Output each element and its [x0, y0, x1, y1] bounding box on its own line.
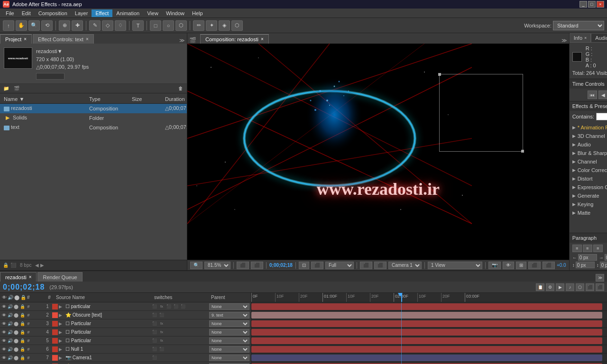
tc-prev-frame[interactable]: ◀ — [598, 91, 607, 99]
tab-project-close[interactable]: × — [24, 36, 27, 42]
layer-row-5[interactable]: 👁 🔊 ⬤ 🔒 # 5 ▶ ☐ Particular ⬛ fx — [0, 337, 251, 345]
parent-select-7[interactable]: None — [209, 355, 249, 361]
tl-preview[interactable]: ▶ — [556, 283, 564, 291]
tool-brush[interactable]: ✏ — [193, 20, 204, 31]
tool-select[interactable]: ↑ — [3, 20, 14, 31]
viewer-snapshot-btn[interactable]: 📷 — [488, 262, 501, 269]
track-bar-5[interactable] — [251, 337, 602, 344]
menu-file[interactable]: File — [2, 9, 18, 17]
tool-hand[interactable]: ✋ — [16, 20, 27, 31]
effects-item-animation-presets[interactable]: ▶ * Animation Presets — [570, 123, 607, 132]
menu-layer[interactable]: Layer — [71, 9, 92, 17]
ls-fx-4[interactable]: fx — [158, 329, 165, 336]
tl-comp-settings[interactable]: ⚙ — [546, 283, 554, 291]
tool-feather[interactable]: ♢ — [115, 20, 126, 31]
effects-item-matte[interactable]: ▶ Matte — [570, 209, 607, 217]
menu-effect[interactable]: Effect — [92, 9, 112, 17]
tool-text[interactable]: T — [132, 20, 144, 31]
tl-audio[interactable]: ♪ — [566, 283, 574, 291]
lock-btn-2[interactable]: 🔒 — [19, 312, 25, 318]
lock-btn-3[interactable]: 🔒 — [19, 321, 25, 327]
layer-row-8[interactable]: 👁 🔊 ⬤ 🔒 # 8 ▶ ⭐ Emitter ⬛ 6. Null 1None — [0, 362, 251, 364]
ls-blend-1[interactable]: ⬛ — [173, 303, 179, 310]
ls-fx-1[interactable]: fx — [158, 303, 165, 310]
tab-info-close[interactable]: × — [584, 36, 587, 40]
para-indent-left-input[interactable] — [578, 254, 597, 261]
layer-expand-7[interactable]: ▶ — [59, 355, 64, 360]
lock-btn-7[interactable]: 🔒 — [19, 355, 25, 361]
tool-anchor[interactable]: ⊕ — [59, 20, 70, 31]
ls-3d-5[interactable]: ⬛ — [151, 337, 158, 344]
effects-item-blur[interactable]: ▶ Blur & Sharpen — [570, 149, 607, 157]
tab-audio[interactable]: Audio — [591, 33, 607, 43]
layer-row-6[interactable]: 👁 🔊 ⬤ 🔒 # 6 ▶ ☐ Null 1 ⬛ ⬛ N — [0, 345, 251, 354]
tab-project[interactable]: Project × — [0, 34, 32, 44]
ls-fx-5[interactable]: fx — [158, 337, 165, 344]
file-row-text[interactable]: text Composition △0;00;07;00 — [0, 123, 187, 132]
viewer-zoom-select[interactable]: 81.5% 100% 50% — [204, 262, 230, 269]
para-indent-right-input[interactable] — [605, 254, 607, 261]
effects-item-color-correction[interactable]: ▶ Color Correction — [570, 166, 607, 174]
file-row-rezadosti[interactable]: rezadosti Composition △0;00;07;00 — [0, 104, 187, 113]
parent-select-4[interactable]: None — [209, 329, 249, 336]
new-folder-btn[interactable]: 📁 — [2, 84, 10, 92]
para-align-left[interactable]: ≡ — [572, 245, 582, 252]
eye-btn-4[interactable]: 👁 — [1, 329, 7, 335]
solo-btn-6[interactable]: ⬤ — [13, 346, 19, 352]
ls-fx-2[interactable]: ⬛ — [158, 312, 165, 318]
tab-rezadosti-comp[interactable]: rezadosti × — [0, 272, 37, 282]
solo-btn-7[interactable]: ⬤ — [13, 355, 19, 361]
layer-expand-6[interactable]: ▶ — [59, 347, 64, 352]
minimize-button[interactable]: _ — [579, 1, 587, 8]
viewer-channel-btn[interactable]: ⬛ — [528, 262, 541, 269]
tab-comp-close[interactable]: × — [261, 36, 264, 42]
layer-row-4[interactable]: 👁 🔊 ⬤ 🔒 # 4 ▶ ☐ Particular ⬛ fx — [0, 328, 251, 337]
tab-rezadosti-close[interactable]: × — [29, 274, 32, 280]
layer-expand-5[interactable]: ▶ — [59, 338, 64, 343]
tl-new-comp[interactable]: 📋 — [536, 283, 544, 291]
layer-row-7[interactable]: 👁 🔊 ⬤ 🔒 # 7 ▶ 📷 Camera1 ⬛ None — [0, 354, 251, 362]
audio-btn-5[interactable]: 🔊 — [7, 338, 13, 344]
lock-btn-5[interactable]: 🔒 — [19, 338, 25, 344]
lock-btn-4[interactable]: 🔒 — [19, 329, 25, 335]
ls-3d-3[interactable]: ⬛ — [151, 320, 158, 327]
maximize-button[interactable]: □ — [588, 1, 596, 8]
effects-item-audio[interactable]: ▶ Audio — [570, 140, 607, 149]
shy-btn-6[interactable]: # — [26, 346, 31, 352]
eye-btn-7[interactable]: 👁 — [1, 355, 7, 361]
tool-shape-ellipse[interactable]: ○ — [163, 20, 174, 31]
para-space-before-input[interactable] — [576, 262, 595, 268]
shy-btn-7[interactable]: # — [26, 355, 31, 361]
tab-composition[interactable]: Composition: rezadosti × — [200, 34, 269, 44]
tl-3d-render[interactable]: ⬛ — [596, 283, 604, 291]
tab-render-queue[interactable]: Render Queue — [37, 272, 82, 282]
eye-btn-1[interactable]: 👁 — [1, 304, 7, 309]
shy-btn-3[interactable]: # — [26, 321, 31, 327]
menu-window[interactable]: Window — [162, 9, 188, 17]
para-align-center[interactable]: ≡ — [583, 245, 592, 252]
eye-btn-3[interactable]: 👁 — [1, 321, 7, 327]
tc-first-frame[interactable]: ⏮ — [588, 91, 597, 99]
viewer-color-btn[interactable]: ⬛ — [374, 262, 386, 269]
viewer-fit-btn[interactable]: ⬛ — [237, 262, 249, 269]
tool-move[interactable]: ✚ — [72, 20, 83, 31]
tab-effect-controls-close[interactable]: × — [86, 36, 89, 42]
parent-select-1[interactable]: None — [209, 303, 249, 310]
track-bar-1[interactable] — [251, 303, 602, 310]
effects-item-generate[interactable]: ▶ Generate — [570, 191, 607, 200]
tool-zoom[interactable]: 🔍 — [28, 20, 40, 31]
shy-btn-2[interactable]: # — [26, 312, 31, 318]
file-row-solids[interactable]: ▶ Solids Folder — [0, 113, 187, 123]
tool-orbit[interactable]: ⟲ — [41, 20, 53, 31]
eye-btn-5[interactable]: 👁 — [1, 338, 7, 344]
shy-btn-4[interactable]: # — [26, 329, 31, 335]
tool-mask[interactable]: ◇ — [102, 20, 113, 31]
effects-search-input[interactable] — [596, 113, 607, 120]
parent-select-5[interactable]: None — [209, 337, 249, 344]
shy-btn-5[interactable]: # — [26, 338, 31, 344]
audio-btn-4[interactable]: 🔊 — [7, 329, 13, 335]
audio-btn-1[interactable]: 🔊 — [7, 304, 13, 309]
solo-btn-1[interactable]: ⬤ — [13, 304, 19, 309]
layer-expand-4[interactable]: ▶ — [59, 330, 64, 335]
tl-ctrl-1[interactable]: ≫ — [596, 274, 604, 282]
